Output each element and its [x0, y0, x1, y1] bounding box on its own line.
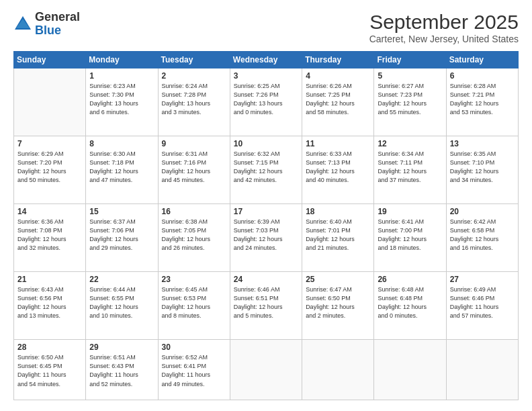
day-cell: 9Sunrise: 6:31 AM Sunset: 7:16 PM Daylig… — [158, 136, 230, 204]
month-title: September 2025 — [369, 11, 519, 34]
day-info: Sunrise: 6:34 AM Sunset: 7:11 PM Dayligh… — [378, 150, 442, 185]
day-info: Sunrise: 6:43 AM Sunset: 6:56 PM Dayligh… — [17, 285, 82, 320]
day-number: 18 — [306, 207, 370, 216]
weekday-header-monday: Monday — [86, 52, 158, 68]
day-cell: 13Sunrise: 6:35 AM Sunset: 7:10 PM Dayli… — [446, 136, 518, 204]
day-cell: 11Sunrise: 6:33 AM Sunset: 7:13 PM Dayli… — [302, 136, 374, 204]
day-cell: 4Sunrise: 6:26 AM Sunset: 7:25 PM Daylig… — [302, 68, 374, 136]
day-number: 3 — [234, 71, 298, 81]
day-cell: 10Sunrise: 6:32 AM Sunset: 7:15 PM Dayli… — [230, 136, 302, 204]
day-number: 7 — [17, 139, 82, 148]
day-info: Sunrise: 6:35 AM Sunset: 7:10 PM Dayligh… — [450, 150, 515, 185]
day-cell: 17Sunrise: 6:39 AM Sunset: 7:03 PM Dayli… — [230, 204, 302, 272]
day-info: Sunrise: 6:31 AM Sunset: 7:16 PM Dayligh… — [162, 150, 226, 185]
day-number: 1 — [89, 71, 154, 81]
day-cell: 30Sunrise: 6:52 AM Sunset: 6:41 PM Dayli… — [158, 340, 230, 400]
day-info: Sunrise: 6:45 AM Sunset: 6:53 PM Dayligh… — [162, 285, 226, 320]
weekday-header-saturday: Saturday — [446, 52, 518, 68]
day-info: Sunrise: 6:25 AM Sunset: 7:26 PM Dayligh… — [234, 82, 298, 117]
day-info: Sunrise: 6:23 AM Sunset: 7:30 PM Dayligh… — [89, 82, 154, 117]
day-info: Sunrise: 6:51 AM Sunset: 6:43 PM Dayligh… — [89, 353, 154, 388]
day-cell: 24Sunrise: 6:46 AM Sunset: 6:51 PM Dayli… — [230, 272, 302, 340]
week-row-4: 21Sunrise: 6:43 AM Sunset: 6:56 PM Dayli… — [14, 272, 519, 340]
day-number: 4 — [306, 71, 370, 81]
weekday-header-thursday: Thursday — [302, 52, 374, 68]
header: General Blue September 2025 Carteret, Ne… — [13, 11, 519, 44]
day-number: 22 — [89, 275, 154, 284]
day-number: 20 — [450, 207, 515, 216]
day-info: Sunrise: 6:27 AM Sunset: 7:23 PM Dayligh… — [378, 82, 442, 117]
day-info: Sunrise: 6:29 AM Sunset: 7:20 PM Dayligh… — [17, 150, 82, 185]
logo-blue: Blue — [35, 24, 61, 37]
day-cell: 29Sunrise: 6:51 AM Sunset: 6:43 PM Dayli… — [86, 340, 158, 400]
day-number: 21 — [17, 275, 82, 284]
logo-general: General — [35, 10, 80, 24]
day-info: Sunrise: 6:26 AM Sunset: 7:25 PM Dayligh… — [306, 82, 370, 117]
day-number: 13 — [450, 139, 515, 148]
weekday-header-friday: Friday — [374, 52, 446, 68]
day-cell: 27Sunrise: 6:49 AM Sunset: 6:46 PM Dayli… — [446, 272, 518, 340]
day-number: 17 — [234, 207, 298, 216]
day-info: Sunrise: 6:40 AM Sunset: 7:01 PM Dayligh… — [306, 218, 370, 253]
logo-text: General Blue — [35, 11, 80, 38]
day-number: 19 — [378, 207, 442, 216]
day-info: Sunrise: 6:38 AM Sunset: 7:05 PM Dayligh… — [162, 218, 226, 253]
day-cell: 19Sunrise: 6:41 AM Sunset: 7:00 PM Dayli… — [374, 204, 446, 272]
day-number: 23 — [162, 275, 226, 284]
day-number: 8 — [89, 139, 154, 148]
day-number: 14 — [17, 207, 82, 216]
weekday-header-tuesday: Tuesday — [158, 52, 230, 68]
day-info: Sunrise: 6:37 AM Sunset: 7:06 PM Dayligh… — [89, 218, 154, 253]
page: General Blue September 2025 Carteret, Ne… — [0, 0, 532, 411]
svg-marker-1 — [16, 19, 30, 28]
day-info: Sunrise: 6:39 AM Sunset: 7:03 PM Dayligh… — [234, 218, 298, 253]
day-info: Sunrise: 6:44 AM Sunset: 6:55 PM Dayligh… — [89, 285, 154, 320]
day-number: 29 — [89, 342, 154, 352]
day-number: 6 — [450, 71, 515, 81]
day-cell — [14, 68, 86, 136]
day-number: 15 — [89, 207, 154, 216]
day-cell — [230, 340, 302, 400]
day-number: 11 — [306, 139, 370, 148]
day-info: Sunrise: 6:42 AM Sunset: 6:58 PM Dayligh… — [450, 218, 515, 253]
day-cell: 7Sunrise: 6:29 AM Sunset: 7:20 PM Daylig… — [14, 136, 86, 204]
day-info: Sunrise: 6:47 AM Sunset: 6:50 PM Dayligh… — [306, 285, 370, 320]
day-cell: 1Sunrise: 6:23 AM Sunset: 7:30 PM Daylig… — [86, 68, 158, 136]
day-cell: 12Sunrise: 6:34 AM Sunset: 7:11 PM Dayli… — [374, 136, 446, 204]
day-info: Sunrise: 6:52 AM Sunset: 6:41 PM Dayligh… — [162, 353, 226, 388]
day-cell: 5Sunrise: 6:27 AM Sunset: 7:23 PM Daylig… — [374, 68, 446, 136]
day-info: Sunrise: 6:33 AM Sunset: 7:13 PM Dayligh… — [306, 150, 370, 185]
day-number: 24 — [234, 275, 298, 284]
day-info: Sunrise: 6:32 AM Sunset: 7:15 PM Dayligh… — [234, 150, 298, 185]
day-number: 10 — [234, 139, 298, 148]
day-cell: 15Sunrise: 6:37 AM Sunset: 7:06 PM Dayli… — [86, 204, 158, 272]
day-number: 28 — [17, 342, 82, 352]
day-cell: 20Sunrise: 6:42 AM Sunset: 6:58 PM Dayli… — [446, 204, 518, 272]
day-number: 16 — [162, 207, 226, 216]
week-row-1: 1Sunrise: 6:23 AM Sunset: 7:30 PM Daylig… — [14, 68, 519, 136]
day-cell — [302, 340, 374, 400]
day-cell: 21Sunrise: 6:43 AM Sunset: 6:56 PM Dayli… — [14, 272, 86, 340]
day-number: 12 — [378, 139, 442, 148]
day-number: 27 — [450, 275, 515, 284]
weekday-header-sunday: Sunday — [14, 52, 86, 68]
logo: General Blue — [13, 11, 80, 38]
day-info: Sunrise: 6:50 AM Sunset: 6:45 PM Dayligh… — [17, 353, 82, 388]
day-cell: 16Sunrise: 6:38 AM Sunset: 7:05 PM Dayli… — [158, 204, 230, 272]
day-cell: 6Sunrise: 6:28 AM Sunset: 7:21 PM Daylig… — [446, 68, 518, 136]
day-cell — [374, 340, 446, 400]
day-cell: 8Sunrise: 6:30 AM Sunset: 7:18 PM Daylig… — [86, 136, 158, 204]
day-cell: 28Sunrise: 6:50 AM Sunset: 6:45 PM Dayli… — [14, 340, 86, 400]
day-cell: 14Sunrise: 6:36 AM Sunset: 7:08 PM Dayli… — [14, 204, 86, 272]
day-number: 30 — [162, 342, 226, 352]
day-cell: 18Sunrise: 6:40 AM Sunset: 7:01 PM Dayli… — [302, 204, 374, 272]
calendar-table: SundayMondayTuesdayWednesdayThursdayFrid… — [13, 51, 519, 400]
day-info: Sunrise: 6:48 AM Sunset: 6:48 PM Dayligh… — [378, 285, 442, 320]
logo-icon — [13, 15, 32, 34]
weekday-header-row: SundayMondayTuesdayWednesdayThursdayFrid… — [14, 52, 519, 68]
day-number: 2 — [162, 71, 226, 81]
day-cell: 22Sunrise: 6:44 AM Sunset: 6:55 PM Dayli… — [86, 272, 158, 340]
location-subtitle: Carteret, New Jersey, United States — [369, 34, 519, 44]
day-number: 5 — [378, 71, 442, 81]
week-row-3: 14Sunrise: 6:36 AM Sunset: 7:08 PM Dayli… — [14, 204, 519, 272]
